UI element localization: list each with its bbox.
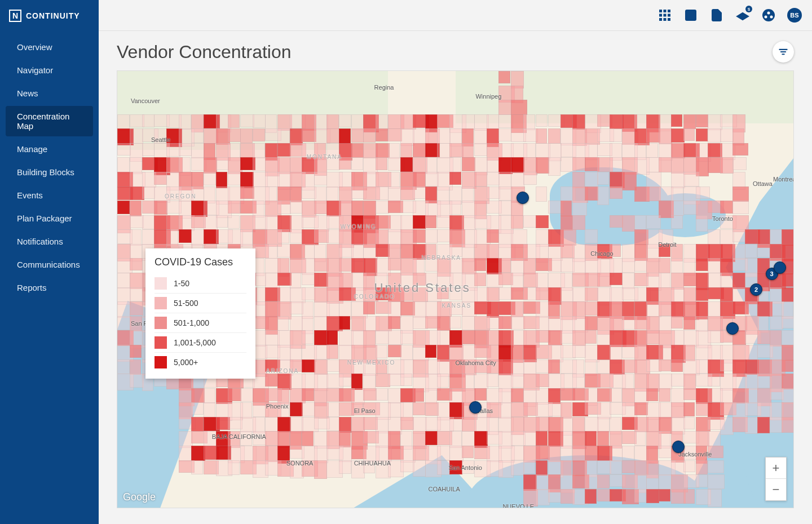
sidebar-item-plan-packager[interactable]: Plan Packager [6,208,93,229]
sidebar-item-events[interactable]: Events [6,185,93,206]
legend-row: 5,000+ [155,353,246,372]
brand-text: CONTINUITY [26,11,80,20]
svg-rect-6 [659,18,662,21]
offer-icon[interactable]: $ [735,8,750,23]
legend-row: 1,001-5,000 [155,333,246,353]
legend-row: 501-1,000 [155,313,246,333]
svg-rect-5 [668,14,670,17]
city-label: Detroit [658,241,676,248]
filter-button[interactable] [773,41,794,63]
legend-label: 1,001-5,000 [174,338,216,347]
svg-rect-0 [659,10,662,12]
document-icon[interactable] [709,8,724,23]
sidebar-nav: OverviewNavigatorNewsConcentration MapMa… [0,35,99,299]
city-label: NUEVO LE [502,503,534,508]
state-label: NEW MEXICO [347,359,396,366]
svg-rect-8 [668,18,670,21]
vendor-marker[interactable] [469,401,482,414]
legend-swatch [155,317,167,329]
city-label: Jacksonville [678,451,712,458]
svg-rect-7 [664,18,667,21]
map-attribution: Google [123,491,156,503]
state-label: OREGON [165,193,196,199]
city-label: Ottawa [753,180,773,187]
apps-icon[interactable] [657,8,672,23]
sidebar-item-notifications[interactable]: Notifications [6,231,93,252]
sidebar: N CONTINUITY OverviewNavigatorNewsConcen… [0,0,99,524]
svg-rect-3 [659,14,662,17]
analytics-icon[interactable] [683,8,698,23]
city-label: Vancouver [131,97,160,104]
sidebar-item-reports[interactable]: Reports [6,277,93,298]
city-label: Toronto [712,215,733,222]
state-label: COLORADO [354,294,395,300]
state-label: WYOMING [341,224,377,230]
sidebar-item-navigator[interactable]: Navigator [6,60,93,81]
vendor-marker[interactable] [672,441,685,453]
svg-rect-4 [664,14,667,17]
city-label: El Paso [354,407,376,414]
svg-text:$: $ [748,7,751,12]
svg-rect-1 [664,10,667,12]
legend-swatch [155,277,167,290]
city-label: Montreal [773,176,794,183]
city-label: Regina [374,84,394,91]
legend-swatch [155,356,167,368]
legend-label: 1-50 [174,279,189,288]
city-label: Oklahoma City [456,359,496,366]
vendor-marker[interactable]: 2 [750,283,762,296]
legend-swatch [155,297,167,309]
state-label: ARIZONA [266,368,299,374]
state-label: NEBRASKA [422,255,461,261]
legend-row: 1-50 [155,274,246,294]
city-label: COAHUILA [429,486,460,492]
sidebar-item-manage[interactable]: Manage [6,139,93,159]
legend-row: 51-500 [155,294,246,313]
topbar: $ BS [99,0,812,31]
legend-label: 51-500 [174,299,198,308]
legend-label: 501-1,000 [174,318,209,327]
vendor-marker[interactable] [726,322,739,335]
people-icon[interactable] [761,8,776,23]
avatar[interactable]: BS [787,8,802,23]
state-label: MONTANA [307,154,342,160]
state-label: KANSAS [442,303,472,309]
sidebar-item-building-blocks[interactable]: Building Blocks [6,162,93,183]
city-label: Winnipeg [475,93,501,100]
sidebar-item-overview[interactable]: Overview [6,37,93,57]
city-label: BAJA CALIFORNIA [212,433,266,440]
vendor-marker[interactable] [774,261,786,274]
brand: N CONTINUITY [0,0,99,31]
legend-label: 5,000+ [174,358,198,367]
zoom-in-button[interactable]: + [766,458,786,479]
svg-point-19 [765,16,767,19]
legend-title: COVID-19 Cases [155,256,246,268]
city-label: Phoenix [266,403,289,410]
sidebar-item-news[interactable]: News [6,83,93,104]
sidebar-item-concentration-map[interactable]: Concentration Map [6,106,93,136]
city-label: Chicago [590,250,613,257]
page-title: Vendor Concentration [117,42,292,63]
sidebar-item-communications[interactable]: Communications [6,254,93,275]
main-content: $ BS Vendor Concentration [99,0,812,524]
svg-point-18 [767,12,770,15]
city-label: San Antonio [449,464,482,471]
svg-point-17 [762,9,775,21]
city-label: SONORA [286,460,314,467]
city-label: Seattle [151,136,170,143]
legend-swatch [155,336,167,349]
map[interactable]: United States VancouverSeattleReginaWinn… [117,70,794,508]
zoom-out-button[interactable]: − [766,479,786,500]
city-label: CHIHUAHUA [354,460,391,467]
header-row: Vendor Concentration [99,31,812,68]
svg-rect-2 [668,10,670,12]
vendor-marker[interactable] [517,192,529,204]
legend-panel: COVID-19 Cases 1-5051-500501-1,0001,001-… [145,248,255,379]
map-container: United States VancouverSeattleReginaWinn… [99,70,794,508]
logo-icon: N [9,10,21,22]
svg-point-20 [770,16,773,19]
zoom-controls: + − [765,457,787,501]
